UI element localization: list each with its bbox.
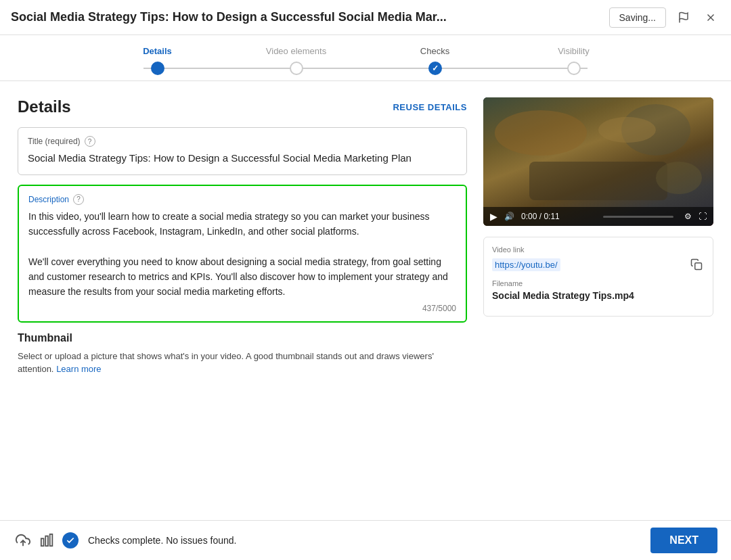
filename-value: Social Media Strategy Tips.mp4 (492, 290, 705, 301)
step-checks[interactable]: Checks (366, 46, 504, 75)
step-visibility-label: Visibility (558, 46, 590, 56)
description-field-label: Description ? (28, 194, 456, 205)
section-header: Details REUSE DETAILS (18, 97, 467, 116)
video-link[interactable]: https://youtu.be/ (492, 258, 560, 271)
copy-icon[interactable] (688, 256, 705, 273)
filename-row: Filename Social Media Strategy Tips.mp4 (492, 279, 705, 301)
page-title: Social Media Strategy Tips: How to Desig… (11, 10, 609, 24)
header-actions: Saving... (609, 7, 720, 28)
saving-button[interactable]: Saving... (609, 7, 666, 28)
progress-bar[interactable] (603, 216, 674, 218)
video-link-row: Video link https://youtu.be/ (492, 246, 705, 273)
svg-rect-3 (695, 263, 702, 270)
title-help-icon[interactable]: ? (85, 136, 95, 147)
play-button[interactable]: ▶ (490, 211, 497, 222)
header: Social Media Strategy Tips: How to Desig… (0, 0, 731, 35)
step-details-circle (151, 62, 164, 75)
steps-bar: Details Video elements Checks Visibility (0, 35, 731, 81)
video-container: ▶ 🔊 0:00 / 0:11 ⚙ ⛶ (483, 97, 713, 226)
description-help-icon[interactable]: ? (73, 194, 84, 205)
description-field-box[interactable]: Description ? In this video, you'll lear… (18, 185, 467, 323)
close-icon[interactable] (701, 8, 720, 27)
step-visibility[interactable]: Visibility (504, 46, 643, 75)
title-field-box: Title (required) ? Social Media Strategy… (18, 127, 467, 175)
step-video-elements[interactable]: Video elements (227, 46, 366, 75)
title-field-label: Title (required) ? (28, 136, 457, 147)
right-panel: ▶ 🔊 0:00 / 0:11 ⚙ ⛶ Video link https:// (483, 97, 713, 430)
step-details-label: Details (143, 46, 172, 56)
step-visibility-circle (567, 62, 581, 75)
learn-more-link[interactable]: Learn more (56, 364, 101, 374)
step-checks-label: Checks (420, 46, 449, 56)
thumbnail-title: Thumbnail (18, 332, 467, 344)
video-info: Video link https://youtu.be/ Filename So… (483, 237, 713, 317)
thumbnail-section: Thumbnail Select or upload a picture tha… (18, 332, 467, 376)
char-count: 437/5000 (28, 304, 456, 313)
steps-container: Details Video elements Checks Visibility (88, 46, 643, 75)
main-content: Details REUSE DETAILS Title (required) ?… (7, 81, 724, 446)
reuse-details-link[interactable]: REUSE DETAILS (393, 102, 467, 112)
flag-icon[interactable] (674, 8, 693, 27)
video-controls: ▶ 🔊 0:00 / 0:11 ⚙ ⛶ (483, 207, 713, 226)
video-link-label: Video link (492, 246, 705, 254)
step-details[interactable]: Details (88, 46, 227, 75)
left-panel: Details REUSE DETAILS Title (required) ?… (18, 97, 483, 430)
filename-label: Filename (492, 279, 705, 287)
title-field-value[interactable]: Social Media Strategy Tips: How to Desig… (28, 151, 457, 166)
time-display: 0:00 / 0:11 (521, 212, 592, 221)
description-field-value[interactable]: In this video, you'll learn how to creat… (28, 209, 456, 300)
volume-button[interactable]: 🔊 (504, 212, 514, 221)
step-checks-circle (428, 62, 442, 75)
details-title: Details (18, 97, 71, 116)
settings-button[interactable]: ⚙ (684, 212, 692, 221)
step-video-elements-label: Video elements (266, 46, 326, 56)
step-video-elements-circle (290, 62, 303, 75)
thumbnail-desc: Select or upload a picture that shows wh… (18, 350, 467, 376)
video-link-container: https://youtu.be/ (492, 256, 705, 273)
fullscreen-button[interactable]: ⛶ (699, 212, 707, 221)
